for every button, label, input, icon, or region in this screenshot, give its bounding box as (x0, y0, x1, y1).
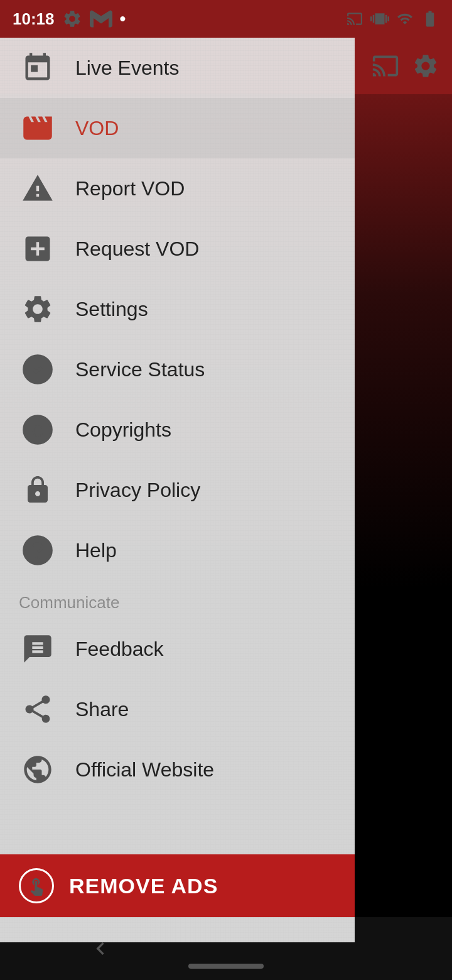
warning-triangle-icon (19, 170, 56, 207)
svg-point-4 (37, 557, 38, 558)
official-website-label: Official Website (75, 758, 214, 781)
nav-home-pill (188, 964, 264, 969)
sidebar-item-official-website[interactable]: Official Website (0, 739, 355, 800)
settings-header-icon[interactable] (412, 52, 439, 80)
share-label: Share (75, 698, 129, 721)
drawer: Live Events VOD Report VOD (0, 38, 355, 942)
globe-cursor-icon (19, 751, 56, 788)
status-settings-icon (62, 9, 82, 29)
request-vod-label: Request VOD (75, 237, 199, 261)
vod-label: VOD (75, 117, 119, 140)
gear-icon (19, 290, 56, 328)
menu-items-list: Live Events VOD Report VOD (0, 38, 355, 942)
question-circle-icon (19, 531, 56, 569)
copyrights-label: Copyrights (75, 418, 171, 442)
sidebar-item-settings[interactable]: Settings (0, 279, 355, 339)
hand-circle-icon (19, 868, 54, 903)
remove-ads-button[interactable]: REMOVE ADS (0, 854, 355, 917)
live-events-label: Live Events (75, 57, 179, 80)
sidebar-item-copyrights[interactable]: C Copyrights (0, 400, 355, 460)
sidebar-item-feedback[interactable]: Feedback (0, 619, 355, 679)
time: 10:18 (13, 9, 55, 29)
status-gmail-icon (90, 10, 112, 28)
service-status-label: Service Status (75, 358, 205, 381)
feedback-label: Feedback (75, 638, 164, 661)
sidebar-item-service-status[interactable]: Service Status (0, 339, 355, 400)
calendar-clock-icon (19, 49, 56, 87)
status-cast-icon (345, 11, 364, 27)
svg-text:C: C (32, 422, 44, 440)
status-bar: 10:18 • (0, 0, 452, 38)
sidebar-item-report-vod[interactable]: Report VOD (0, 158, 355, 219)
copyright-icon: C (19, 411, 56, 449)
sidebar-item-help[interactable]: Help (0, 520, 355, 580)
report-vod-label: Report VOD (75, 177, 185, 200)
privacy-policy-label: Privacy Policy (75, 479, 200, 502)
feedback-edit-icon (19, 630, 56, 668)
plus-box-icon (19, 230, 56, 268)
status-vibrate-icon (370, 9, 389, 28)
cast-icon[interactable] (372, 52, 399, 80)
share-icon (19, 690, 56, 728)
settings-label: Settings (75, 298, 148, 321)
help-label: Help (75, 539, 117, 562)
status-battery-icon (421, 9, 439, 28)
sidebar-item-share[interactable]: Share (0, 679, 355, 739)
check-circle-icon (19, 351, 56, 388)
status-wifi-icon (396, 11, 414, 27)
status-dot: • (120, 9, 126, 29)
lock-icon (19, 471, 56, 509)
communicate-section-header: Communicate (0, 580, 355, 619)
sidebar-item-live-events[interactable]: Live Events (0, 38, 355, 98)
sidebar-item-request-vod[interactable]: Request VOD (0, 219, 355, 279)
vod-film-icon (19, 109, 56, 147)
sidebar-item-privacy-policy[interactable]: Privacy Policy (0, 460, 355, 520)
sidebar-item-vod[interactable]: VOD (0, 98, 355, 158)
remove-ads-label: REMOVE ADS (69, 874, 218, 898)
